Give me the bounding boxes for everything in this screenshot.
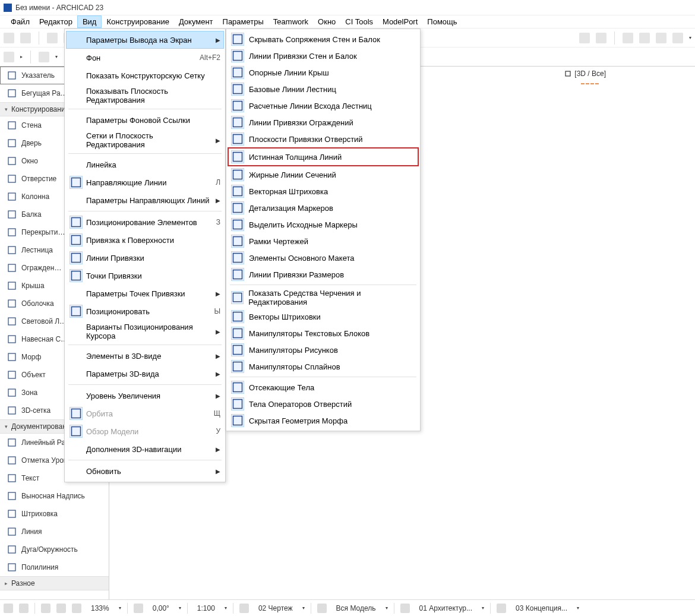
menu-item[interactable]: Точки Привязки — [66, 267, 224, 285]
view-tag-3d[interactable]: [3D / Все] — [564, 70, 606, 78]
dropdown-caret-icon[interactable]: ▾ — [689, 35, 691, 40]
menu-редактор[interactable]: Редактор — [34, 16, 77, 27]
sb-arch-value[interactable]: 01 Архитектур... — [416, 604, 476, 612]
sb-zoom-value[interactable]: 133% — [87, 604, 113, 612]
layers-icon[interactable] — [623, 33, 633, 43]
menu-item[interactable]: Привязка к Поверхности — [66, 231, 224, 249]
select-rect-icon[interactable] — [39, 52, 49, 62]
sb-model-value[interactable]: Вся Модель — [333, 604, 380, 612]
sb-concept-value[interactable]: 03 Концепция... — [512, 604, 571, 612]
shape-icon[interactable] — [656, 33, 666, 43]
redo-icon[interactable] — [20, 33, 31, 43]
group-header[interactable]: ▸Разное — [0, 576, 109, 590]
sb-next-icon[interactable] — [19, 604, 29, 613]
menubar[interactable]: ФайлРедакторВидКонструированиеДокументПа… — [0, 15, 695, 29]
menu-item[interactable]: Дополнения 3D-навигации▶ — [66, 440, 224, 458]
menu-item[interactable]: Параметры Фоновой Ссылки — [66, 111, 224, 129]
menu-item[interactable]: Варианты Позиционирования Курсора▶ — [66, 320, 224, 343]
submenu-item[interactable]: Скрытая Геометрия Морфа — [228, 412, 419, 429]
sb-angle-icon[interactable] — [134, 604, 143, 613]
submenu-item[interactable]: Выделить Исходные Маркеры — [228, 216, 419, 233]
menu-item[interactable]: Линейка — [66, 156, 224, 173]
menu-item[interactable]: Уровень Увеличения▶ — [66, 387, 224, 405]
sb-zoom-plus-icon[interactable] — [72, 604, 81, 613]
tool-item[interactable]: Полилиния — [0, 558, 109, 576]
submenu-item[interactable]: Базовые Линии Лестниц — [228, 81, 419, 97]
menu-item[interactable]: Позиционирование ЭлементовЗ — [66, 213, 224, 231]
menu-item[interactable]: Сетки и Плоскость Редактирования▶ — [66, 129, 224, 151]
eraser-icon[interactable] — [639, 33, 650, 43]
menu-окно[interactable]: Окно — [313, 16, 340, 27]
menu-item[interactable]: Направляющие ЛинииЛ — [66, 173, 224, 191]
submenu-item[interactable]: Расчетные Линии Всхода Лестниц — [228, 97, 419, 114]
submenu-item[interactable]: Истинная Толщина Линий — [228, 147, 419, 166]
submenu-item[interactable]: Плоскости Привязки Отверстий — [228, 131, 419, 147]
submenu-item[interactable]: Линии Привязки Размеров — [228, 266, 419, 283]
sb-model-icon[interactable] — [317, 604, 327, 613]
dropdown-caret-icon[interactable]: ▾ — [225, 605, 227, 611]
submenu-item[interactable]: Линии Привязки Ограждений — [228, 114, 419, 131]
sb-scale-value[interactable]: 1:100 — [194, 604, 219, 612]
tool-item[interactable]: Линия — [0, 523, 109, 541]
dropdown-caret-icon[interactable]: ▸ — [20, 54, 23, 59]
dropdown-caret-icon[interactable]: ▾ — [302, 605, 305, 611]
menu-ci tools[interactable]: CI Tools — [340, 16, 378, 27]
menu-файл[interactable]: Файл — [6, 16, 34, 27]
menu-item[interactable]: Параметры Вывода на Экран▶ — [66, 31, 224, 49]
submenu-item[interactable]: Элементы Основного Макета — [228, 249, 419, 266]
menu-конструирование[interactable]: Конструирование — [102, 16, 173, 27]
submenu-item[interactable]: Манипуляторы Сплайнов — [228, 358, 419, 375]
menu-документ[interactable]: Документ — [174, 16, 218, 27]
submenu-item[interactable]: Тела Операторов Отверстий — [228, 396, 419, 412]
sb-zoom-fit-icon[interactable] — [56, 604, 66, 613]
submenu-item[interactable]: Манипуляторы Текстовых Блоков — [228, 325, 419, 342]
dropdown-caret-icon[interactable]: ▾ — [119, 605, 121, 611]
sb-prev-icon[interactable] — [4, 604, 13, 613]
tool-item[interactable]: Штриховка — [0, 505, 109, 523]
menu-modelport[interactable]: ModelPort — [378, 16, 422, 27]
menu-item[interactable]: Линии Привязки — [66, 249, 224, 267]
menu-item[interactable]: Элементы в 3D-виде▶ — [66, 347, 224, 365]
submenu-item[interactable]: Векторная Штриховка — [228, 183, 419, 200]
menu-item[interactable]: Параметры Направляющих Линий▶ — [66, 191, 224, 209]
undo-icon[interactable] — [4, 33, 14, 43]
submenu-item[interactable]: Показать Средства Черчения и Редактирова… — [228, 287, 419, 308]
menu-item[interactable]: Параметры Точек Привязки▶ — [66, 285, 224, 302]
submenu-item[interactable]: Скрывать Сопряжения Стен и Балок — [228, 31, 419, 48]
nav-prev-icon[interactable] — [579, 33, 590, 43]
menu-item[interactable]: Обновить▶ — [66, 462, 224, 480]
submenu-item[interactable]: Детализация Маркеров — [228, 200, 419, 216]
dropdown-caret-icon[interactable]: ▾ — [386, 605, 388, 611]
display-options-submenu[interactable]: Скрывать Сопряжения Стен и БалокЛинии Пр… — [226, 29, 421, 431]
sb-draft-icon[interactable] — [239, 604, 249, 613]
search-icon[interactable] — [47, 33, 58, 43]
menu-вид[interactable]: Вид — [77, 15, 102, 28]
submenu-item[interactable]: Линии Привязки Стен и Балок — [228, 48, 419, 64]
submenu-item[interactable]: Отсекающие Тела — [228, 379, 419, 396]
dropdown-caret-icon[interactable]: ▾ — [55, 54, 58, 59]
submenu-item[interactable]: Жирные Линии Сечений — [228, 166, 419, 183]
sb-angle-value[interactable]: 0,00° — [149, 604, 173, 612]
submenu-item[interactable]: Векторы Штриховки — [228, 308, 419, 325]
submenu-item[interactable]: Рамки Чертежей — [228, 233, 419, 249]
box-icon[interactable] — [672, 33, 683, 43]
view-menu[interactable]: Параметры Вывода на Экран▶ФонAlt+F2Показ… — [64, 29, 226, 482]
sb-draft-value[interactable]: 02 Чертеж — [255, 604, 296, 612]
dropdown-caret-icon[interactable]: ▾ — [577, 605, 579, 611]
tool-item[interactable]: Дуга/Окружность — [0, 541, 109, 558]
menu-item[interactable]: Показать Конструкторскую Сетку — [66, 67, 224, 84]
submenu-item[interactable]: Опорные Линии Крыш — [228, 64, 419, 81]
dropdown-caret-icon[interactable]: ▾ — [482, 605, 484, 611]
sb-concept-icon[interactable] — [497, 604, 506, 613]
marquee-icon[interactable] — [4, 52, 14, 62]
menu-teamwork[interactable]: Teamwork — [268, 16, 313, 27]
menu-item[interactable]: ПозиционироватьЫ — [66, 302, 224, 320]
nav-next-icon[interactable] — [596, 33, 606, 43]
menu-параметры[interactable]: Параметры — [218, 16, 268, 27]
menu-item[interactable]: ФонAlt+F2 — [66, 49, 224, 67]
menu-помощь[interactable]: Помощь — [422, 16, 462, 27]
tool-item[interactable]: Выносная Надпись — [0, 487, 109, 505]
sb-arch-icon[interactable] — [400, 604, 410, 613]
sb-zoom-minus-icon[interactable] — [41, 604, 50, 613]
dropdown-caret-icon[interactable]: ▾ — [179, 605, 181, 611]
